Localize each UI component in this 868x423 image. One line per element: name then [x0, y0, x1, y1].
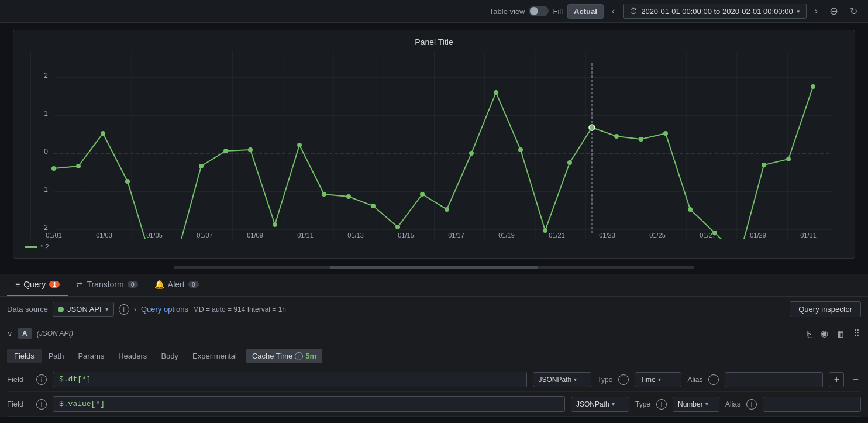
- field-label-1: Field: [7, 375, 30, 384]
- datasource-info-icon[interactable]: i: [119, 304, 129, 315]
- prev-time-button[interactable]: ‹: [608, 5, 618, 18]
- field-info-icon-1[interactable]: i: [36, 374, 47, 385]
- transform-tab-badge: 0: [128, 281, 138, 288]
- field-jsonpath-caret-2: ▾: [612, 401, 615, 407]
- zoom-out-button[interactable]: ⊖: [826, 4, 842, 19]
- alert-tab-badge: 0: [188, 281, 199, 288]
- field-info-icon-2[interactable]: i: [36, 399, 47, 410]
- tab-alert[interactable]: 🔔 Alert 0: [146, 274, 207, 296]
- query-a-copy-button[interactable]: ⎘: [806, 327, 814, 340]
- field-type-select-1[interactable]: Time ▾: [635, 372, 681, 387]
- field-alias-input-1[interactable]: [725, 372, 823, 387]
- svg-point-45: [811, 84, 815, 89]
- sub-tab-body[interactable]: Body: [154, 349, 185, 363]
- svg-text:2: 2: [44, 71, 48, 80]
- svg-point-32: [494, 90, 498, 95]
- svg-text:01/11: 01/11: [297, 232, 314, 239]
- query-a-eye-button[interactable]: ◉: [819, 327, 829, 340]
- query-a-actions: ⎘ ◉ 🗑 ⠿: [806, 327, 861, 340]
- datasource-select[interactable]: JSON API ▾: [53, 302, 114, 317]
- svg-point-39: [663, 131, 668, 136]
- svg-point-16: [101, 131, 105, 136]
- query-inspector-button[interactable]: Query inspector: [790, 301, 861, 317]
- query-a-header: ∨ A (JSON API) ⎘ ◉ 🗑 ⠿: [0, 322, 868, 345]
- query-tab-label: Query: [23, 280, 46, 289]
- field-path-input-1[interactable]: [53, 372, 527, 387]
- field-alias-info-icon-2[interactable]: i: [746, 399, 757, 410]
- svg-point-36: [589, 125, 595, 130]
- svg-point-40: [688, 207, 693, 212]
- svg-point-37: [614, 134, 619, 139]
- chart-scrollbar[interactable]: [174, 266, 694, 269]
- svg-point-44: [786, 157, 791, 161]
- svg-text:01/17: 01/17: [448, 232, 464, 239]
- field-alias-info-icon-1[interactable]: i: [708, 374, 719, 385]
- svg-text:1: 1: [44, 109, 48, 118]
- legend-line-icon: [25, 246, 37, 248]
- table-view-toggle[interactable]: [529, 6, 549, 16]
- field-type-label-1: Type: [597, 376, 612, 384]
- datasource-dot-icon: [58, 307, 64, 312]
- field-type-info-icon-1[interactable]: i: [618, 374, 629, 385]
- query-options-arrow[interactable]: ›: [134, 305, 136, 314]
- svg-point-26: [346, 194, 351, 199]
- cache-time-info-icon[interactable]: i: [295, 352, 303, 360]
- query-a-delete-button[interactable]: 🗑: [835, 327, 846, 340]
- svg-point-27: [371, 204, 376, 208]
- time-range-text: 2020-01-01 00:00:00 to 2020-02-01 00:00:…: [641, 7, 793, 16]
- next-time-button[interactable]: ›: [811, 5, 821, 18]
- svg-point-24: [297, 143, 302, 147]
- query-a-drag-handle[interactable]: ⠿: [852, 327, 861, 340]
- refresh-button[interactable]: ↻: [846, 5, 861, 18]
- sub-tab-fields[interactable]: Fields: [7, 349, 42, 363]
- time-range-selector[interactable]: ⏱ 2020-01-01 00:00:00 to 2020-02-01 00:0…: [623, 4, 807, 19]
- chart-svg: 2 1 0 -1 -2: [19, 51, 849, 239]
- field-alias-label-1: Alias: [687, 376, 702, 384]
- field-type-select-2[interactable]: Number ▾: [673, 397, 719, 412]
- clock-icon: ⏱: [629, 6, 638, 16]
- actual-button[interactable]: Actual: [567, 4, 604, 19]
- field-add-button[interactable]: +: [829, 372, 844, 387]
- svg-text:01/03: 01/03: [96, 232, 112, 239]
- svg-point-35: [567, 160, 572, 165]
- table-view-label: Table view: [490, 7, 525, 16]
- chart-legend: * 2: [13, 240, 855, 253]
- sub-tab-headers[interactable]: Headers: [111, 349, 154, 363]
- svg-point-17: [125, 179, 130, 184]
- cache-time-tab[interactable]: Cache Time i 5m: [246, 349, 322, 363]
- chart-area: 2 1 0 -1 -2: [13, 51, 855, 240]
- field-label-2: Field: [7, 400, 30, 408]
- transform-tab-label: Transform: [87, 280, 123, 289]
- sub-tab-params[interactable]: Params: [71, 349, 111, 363]
- query-options-meta: MD = auto = 914 Interval = 1h: [193, 305, 286, 314]
- query-options-button[interactable]: Query options: [141, 305, 188, 314]
- svg-point-34: [543, 228, 547, 233]
- datasource-label: Data source: [7, 305, 48, 314]
- field-row-2: Field i JSONPath ▾ Type i Number ▾ Alias…: [7, 392, 861, 417]
- tab-query[interactable]: ≡ Query 1: [7, 274, 68, 296]
- scroll-thumb[interactable]: [330, 266, 538, 269]
- svg-text:01/13: 01/13: [347, 232, 364, 239]
- sub-tab-path[interactable]: Path: [42, 349, 71, 363]
- field-jsonpath-select-2[interactable]: JSONPath ▾: [571, 397, 629, 412]
- query-a-collapse-button[interactable]: ∨: [7, 329, 13, 338]
- sub-tab-experimental[interactable]: Experimental: [185, 349, 244, 363]
- tab-transform[interactable]: ⇄ Transform 0: [68, 274, 146, 296]
- svg-text:01/15: 01/15: [398, 232, 414, 239]
- svg-text:01/21: 01/21: [549, 232, 565, 239]
- field-path-input-2[interactable]: [53, 396, 565, 412]
- field-alias-input-2[interactable]: [763, 397, 861, 412]
- alert-tab-label: Alert: [168, 280, 185, 289]
- transform-tab-icon: ⇄: [76, 280, 83, 289]
- svg-point-20: [199, 164, 204, 168]
- svg-text:01/19: 01/19: [498, 232, 515, 239]
- field-jsonpath-text-2: JSONPath: [576, 400, 609, 408]
- field-type-info-icon-2[interactable]: i: [656, 399, 667, 410]
- svg-text:0: 0: [44, 147, 48, 156]
- field-jsonpath-select-1[interactable]: JSONPath ▾: [533, 372, 591, 387]
- query-tab-badge: 1: [49, 281, 60, 288]
- field-jsonpath-caret-1: ▾: [574, 376, 577, 383]
- svg-point-22: [248, 147, 253, 152]
- field-remove-button-1[interactable]: −: [850, 373, 861, 386]
- bottom-tabs: ≡ Query 1 ⇄ Transform 0 🔔 Alert 0: [0, 274, 868, 297]
